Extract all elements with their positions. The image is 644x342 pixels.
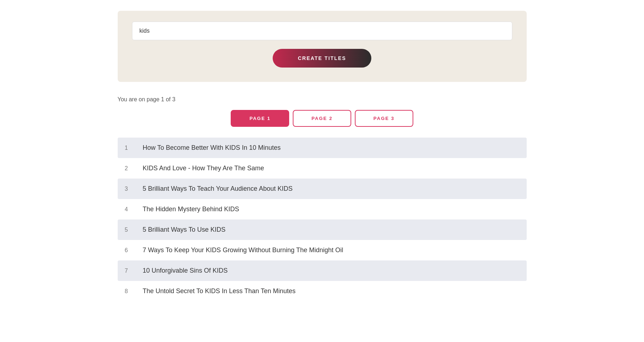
title-number: 2 (125, 165, 143, 172)
create-titles-button[interactable]: CREATE TITLES (273, 49, 371, 68)
title-text: 5 Brilliant Ways To Teach Your Audience … (143, 185, 293, 193)
title-number: 3 (125, 186, 143, 192)
page-2-button[interactable]: PAGE 2 (293, 110, 351, 127)
title-number: 4 (125, 206, 143, 213)
title-text: The Untold Secret To KIDS In Less Than T… (143, 287, 296, 295)
title-number: 1 (125, 145, 143, 151)
titles-list: 1How To Become Better With KIDS In 10 Mi… (118, 138, 527, 301)
title-row: 8The Untold Secret To KIDS In Less Than … (118, 281, 527, 301)
search-input[interactable] (132, 22, 512, 40)
create-btn-wrapper: CREATE TITLES (132, 49, 512, 68)
title-row: 67 Ways To Keep Your KIDS Growing Withou… (118, 240, 527, 260)
title-number: 5 (125, 227, 143, 233)
title-number: 6 (125, 247, 143, 254)
title-number: 7 (125, 268, 143, 274)
title-number: 8 (125, 288, 143, 295)
title-row: 2KIDS And Love - How They Are The Same (118, 158, 527, 179)
title-row: 710 Unforgivable Sins Of KIDS (118, 260, 527, 281)
search-box: CREATE TITLES (118, 11, 527, 82)
title-row: 35 Brilliant Ways To Teach Your Audience… (118, 179, 527, 199)
title-text: 10 Unforgivable Sins Of KIDS (143, 267, 228, 274)
title-text: How To Become Better With KIDS In 10 Min… (143, 144, 281, 152)
title-text: KIDS And Love - How They Are The Same (143, 165, 264, 172)
title-text: 5 Brilliant Ways To Use KIDS (143, 226, 226, 234)
title-row: 55 Brilliant Ways To Use KIDS (118, 219, 527, 240)
page-info: You are on page 1 of 3 (118, 96, 527, 103)
page-3-button[interactable]: PAGE 3 (355, 110, 413, 127)
title-text: 7 Ways To Keep Your KIDS Growing Without… (143, 246, 343, 254)
title-text: The Hidden Mystery Behind KIDS (143, 205, 239, 213)
page-1-button[interactable]: PAGE 1 (231, 110, 289, 127)
page-wrapper: CREATE TITLES You are on page 1 of 3 PAG… (111, 0, 534, 312)
title-row: 4The Hidden Mystery Behind KIDS (118, 199, 527, 219)
pagination: PAGE 1 PAGE 2 PAGE 3 (118, 110, 527, 127)
title-row: 1How To Become Better With KIDS In 10 Mi… (118, 138, 527, 158)
